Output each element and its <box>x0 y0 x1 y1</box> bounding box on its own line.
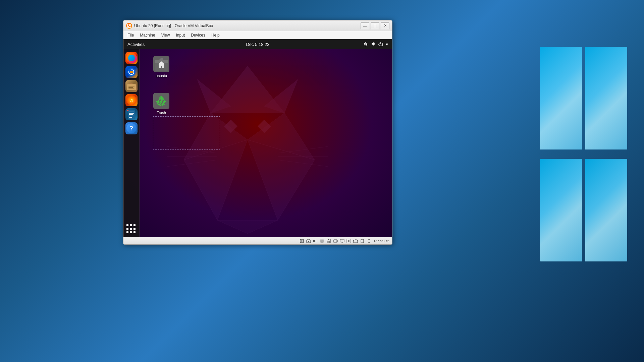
apps-dot <box>126 228 128 230</box>
menu-file[interactable]: File <box>125 32 137 38</box>
files-svg <box>126 81 137 91</box>
win-pane-top-right <box>585 47 627 149</box>
svg-rect-26 <box>128 88 134 89</box>
writer-svg <box>126 109 137 119</box>
svg-point-59 <box>368 242 369 243</box>
svg-point-42 <box>320 239 324 243</box>
home-folder-label: ubuntu <box>155 73 168 78</box>
svg-point-3 <box>365 46 366 46</box>
activities-button[interactable]: Activities <box>127 42 145 47</box>
dock-thunderbird-icon[interactable] <box>125 66 138 78</box>
show-applications-button[interactable] <box>126 224 137 234</box>
svg-rect-25 <box>128 87 133 88</box>
selection-rectangle <box>153 116 220 150</box>
svg-rect-33 <box>127 110 128 111</box>
svg-rect-32 <box>129 117 132 118</box>
svg-point-40 <box>308 241 309 242</box>
home-folder-icon[interactable]: ubuntu <box>150 56 173 78</box>
svg-rect-30 <box>129 114 133 115</box>
minimize-button[interactable]: — <box>361 22 369 29</box>
topbar-dropdown-icon[interactable]: ▾ <box>386 42 388 47</box>
dock-writer-icon[interactable] <box>125 108 138 120</box>
win-pane-top-left <box>540 47 582 149</box>
help-icon-inner: ? <box>126 123 137 133</box>
ubuntu-desktop[interactable]: ♫ ? <box>123 49 392 237</box>
svg-marker-4 <box>372 42 374 46</box>
svg-point-22 <box>130 71 133 73</box>
display-status-icon[interactable] <box>339 238 345 244</box>
home-folder-svg <box>153 56 169 72</box>
trash-label: Trash <box>156 110 167 115</box>
cd-status-icon[interactable] <box>319 238 325 244</box>
vbox-statusbar: Right Ctrl <box>123 237 392 244</box>
menu-machine[interactable]: Machine <box>137 32 158 38</box>
svg-point-56 <box>369 239 370 240</box>
audio-status-icon[interactable] <box>312 238 318 244</box>
close-button[interactable]: ✕ <box>381 22 389 29</box>
trash-icon[interactable]: Trash <box>150 93 173 115</box>
home-folder-image <box>153 56 169 72</box>
volume-icon[interactable] <box>371 42 376 47</box>
dock-help-icon[interactable]: ? <box>125 122 138 134</box>
dock-firefox-icon[interactable] <box>125 52 138 64</box>
svg-point-55 <box>368 239 369 240</box>
svg-marker-41 <box>313 239 315 243</box>
firefox-globe <box>128 55 135 61</box>
dock-files-icon[interactable] <box>125 80 138 92</box>
firefox-icon-inner <box>126 53 137 63</box>
svg-point-38 <box>301 240 303 242</box>
menu-view[interactable]: View <box>159 32 173 38</box>
apps-dot <box>126 231 128 233</box>
win-pane-bottom-left <box>540 159 582 261</box>
apps-dot <box>126 224 128 226</box>
gnome-clock: Dec 5 18:23 <box>246 42 269 47</box>
menu-input[interactable]: Input <box>173 32 188 38</box>
title-bar: Ubuntu 20 [Running] - Oracle VM VirtualB… <box>123 20 392 31</box>
shared-folders-icon[interactable] <box>353 238 359 244</box>
svg-rect-45 <box>328 239 329 240</box>
apps-dot <box>133 228 136 230</box>
svg-rect-29 <box>129 113 134 114</box>
apps-dot <box>133 224 136 226</box>
rhythmbox-icon-inner: ♫ <box>126 95 137 105</box>
menu-help[interactable]: Help <box>209 32 222 38</box>
vm-status-icon[interactable] <box>346 238 352 244</box>
svg-rect-2 <box>129 26 130 27</box>
network-status-icon[interactable] <box>306 238 312 244</box>
usb-status-icon[interactable] <box>299 238 305 244</box>
dock-rhythmbox-icon[interactable]: ♫ <box>125 94 138 106</box>
trash-svg <box>153 93 169 109</box>
maximize-button[interactable]: □ <box>371 22 379 29</box>
svg-rect-28 <box>129 112 134 112</box>
floppy-status-icon[interactable] <box>326 238 332 244</box>
windows-logo <box>540 47 627 261</box>
svg-point-48 <box>336 240 337 241</box>
svg-rect-24 <box>128 86 135 86</box>
power-icon[interactable] <box>378 42 383 47</box>
svg-rect-46 <box>328 241 330 243</box>
thunderbird-svg <box>126 67 137 77</box>
menu-devices[interactable]: Devices <box>188 32 208 38</box>
virtualbox-window: Ubuntu 20 [Running] - Oracle VM VirtualB… <box>123 20 392 245</box>
svg-rect-31 <box>129 116 133 116</box>
desktop-icons-area: ubuntu <box>140 49 392 237</box>
apps-dot <box>130 228 132 230</box>
svg-rect-50 <box>340 239 344 242</box>
clipboard-icon[interactable] <box>359 238 365 244</box>
svg-point-60 <box>369 242 370 243</box>
vbox-icon <box>126 23 132 29</box>
window-title: Ubuntu 20 [Running] - Oracle VM VirtualB… <box>134 23 361 28</box>
network-icon[interactable] <box>363 42 368 47</box>
apps-dot <box>130 224 132 226</box>
drag-icon[interactable] <box>366 238 372 244</box>
gnome-dock: ♫ ? <box>123 49 140 237</box>
svg-point-57 <box>368 241 369 241</box>
apps-dot <box>130 231 132 233</box>
gnome-topbar: Activities Dec 5 18:23 <box>123 39 392 49</box>
trash-image <box>153 93 169 109</box>
win-pane-bottom-right <box>585 159 627 261</box>
svg-rect-52 <box>354 240 358 243</box>
hdd-status-icon[interactable] <box>332 238 338 244</box>
ubuntu-vm-content: Activities Dec 5 18:23 <box>123 39 392 237</box>
svg-rect-1 <box>128 24 129 26</box>
